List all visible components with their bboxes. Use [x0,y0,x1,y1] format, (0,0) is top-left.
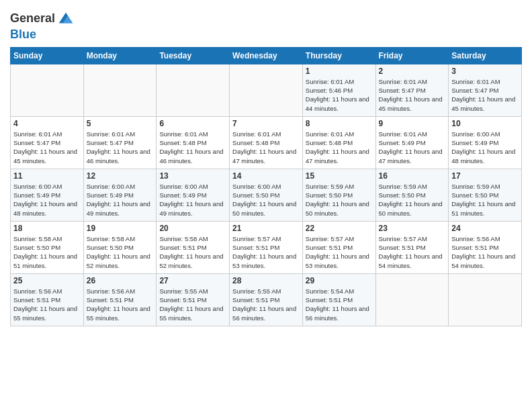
calendar-cell: 8Sunrise: 6:01 AMSunset: 5:48 PMDaylight… [302,116,375,169]
calendar-cell [449,273,522,326]
calendar-cell: 13Sunrise: 6:00 AMSunset: 5:49 PMDayligh… [157,169,230,221]
day-number: 17 [451,171,519,181]
day-number: 29 [306,276,373,285]
day-info: Sunrise: 5:58 AMSunset: 5:51 PMDaylight:… [159,234,226,270]
day-info: Sunrise: 6:00 AMSunset: 5:49 PMDaylight:… [159,182,226,218]
day-number: 2 [379,66,446,76]
calendar-cell [375,273,449,326]
day-info: Sunrise: 5:56 AMSunset: 5:51 PMDaylight:… [87,287,154,322]
calendar-cell: 17Sunrise: 5:59 AMSunset: 5:50 PMDayligh… [449,169,522,221]
calendar-table: SundayMondayTuesdayWednesdayThursdayFrid… [10,47,522,326]
day-info: Sunrise: 6:00 AMSunset: 5:49 PMDaylight:… [87,182,154,218]
day-number: 9 [379,119,446,128]
day-info: Sunrise: 5:59 AMSunset: 5:50 PMDaylight:… [451,182,519,218]
day-number: 6 [159,119,226,128]
day-info: Sunrise: 5:55 AMSunset: 5:51 PMDaylight:… [159,287,226,322]
calendar-week-5: 25Sunrise: 5:56 AMSunset: 5:51 PMDayligh… [11,273,522,326]
day-number: 12 [87,171,154,181]
calendar-cell: 16Sunrise: 5:59 AMSunset: 5:50 PMDayligh… [375,169,449,221]
logo: General Blue [10,9,75,42]
logo-blue: Blue [10,28,75,42]
day-info: Sunrise: 5:58 AMSunset: 5:50 PMDaylight:… [13,234,81,270]
calendar-cell [230,64,303,116]
day-info: Sunrise: 5:57 AMSunset: 5:51 PMDaylight:… [306,234,373,270]
weekday-header-sunday: Sunday [11,47,84,64]
calendar-cell: 6Sunrise: 6:01 AMSunset: 5:48 PMDaylight… [157,116,230,169]
day-number: 4 [13,119,81,128]
calendar-cell [157,64,230,116]
day-number: 15 [306,171,373,181]
calendar-cell: 5Sunrise: 6:01 AMSunset: 5:47 PMDaylight… [83,116,157,169]
calendar-cell: 20Sunrise: 5:58 AMSunset: 5:51 PMDayligh… [157,221,230,273]
calendar-cell: 27Sunrise: 5:55 AMSunset: 5:51 PMDayligh… [157,273,230,326]
weekday-header-row: SundayMondayTuesdayWednesdayThursdayFrid… [11,47,522,64]
calendar-cell [11,64,84,116]
header: General Blue [10,7,522,42]
day-info: Sunrise: 6:00 AMSunset: 5:49 PMDaylight:… [451,130,519,165]
day-number: 26 [87,276,154,285]
day-number: 13 [159,171,226,181]
day-number: 27 [159,276,226,285]
day-info: Sunrise: 6:01 AMSunset: 5:47 PMDaylight:… [451,77,519,113]
day-number: 7 [232,119,300,128]
calendar-cell: 10Sunrise: 6:00 AMSunset: 5:49 PMDayligh… [449,116,522,169]
day-info: Sunrise: 5:54 AMSunset: 5:51 PMDaylight:… [306,287,373,322]
day-info: Sunrise: 6:01 AMSunset: 5:49 PMDaylight:… [379,130,446,165]
day-info: Sunrise: 5:57 AMSunset: 5:51 PMDaylight:… [379,234,446,270]
day-number: 3 [451,66,519,76]
calendar-cell: 14Sunrise: 6:00 AMSunset: 5:50 PMDayligh… [230,169,303,221]
day-number: 8 [306,119,373,128]
calendar-cell: 2Sunrise: 6:01 AMSunset: 5:47 PMDaylight… [375,64,449,116]
calendar-week-4: 18Sunrise: 5:58 AMSunset: 5:50 PMDayligh… [11,221,522,273]
day-info: Sunrise: 5:58 AMSunset: 5:50 PMDaylight:… [87,234,154,270]
calendar-cell: 21Sunrise: 5:57 AMSunset: 5:51 PMDayligh… [230,221,303,273]
day-number: 16 [379,171,446,181]
day-number: 14 [232,171,300,181]
day-info: Sunrise: 6:01 AMSunset: 5:47 PMDaylight:… [13,130,81,165]
day-info: Sunrise: 5:56 AMSunset: 5:51 PMDaylight:… [451,234,519,270]
day-info: Sunrise: 5:59 AMSunset: 5:50 PMDaylight:… [379,182,446,218]
calendar-week-1: 1Sunrise: 6:01 AMSunset: 5:46 PMDaylight… [11,64,522,116]
calendar-cell [83,64,157,116]
calendar-cell: 29Sunrise: 5:54 AMSunset: 5:51 PMDayligh… [302,273,375,326]
weekday-header-tuesday: Tuesday [157,47,230,64]
day-info: Sunrise: 6:01 AMSunset: 5:48 PMDaylight:… [306,130,373,165]
calendar-cell: 28Sunrise: 5:55 AMSunset: 5:51 PMDayligh… [230,273,303,326]
calendar-cell: 11Sunrise: 6:00 AMSunset: 5:49 PMDayligh… [11,169,84,221]
day-number: 20 [159,224,226,233]
calendar-cell: 1Sunrise: 6:01 AMSunset: 5:46 PMDaylight… [302,64,375,116]
calendar-cell: 23Sunrise: 5:57 AMSunset: 5:51 PMDayligh… [375,221,449,273]
day-info: Sunrise: 5:55 AMSunset: 5:51 PMDaylight:… [232,287,300,322]
calendar-cell: 18Sunrise: 5:58 AMSunset: 5:50 PMDayligh… [11,221,84,273]
weekday-header-thursday: Thursday [302,47,375,64]
calendar-cell: 9Sunrise: 6:01 AMSunset: 5:49 PMDaylight… [375,116,449,169]
weekday-header-saturday: Saturday [449,47,522,64]
day-info: Sunrise: 6:01 AMSunset: 5:47 PMDaylight:… [379,77,446,113]
day-number: 21 [232,224,300,233]
day-number: 22 [306,224,373,233]
day-info: Sunrise: 6:00 AMSunset: 5:49 PMDaylight:… [13,182,81,218]
day-info: Sunrise: 6:01 AMSunset: 5:46 PMDaylight:… [306,77,373,113]
day-info: Sunrise: 6:01 AMSunset: 5:48 PMDaylight:… [232,130,300,165]
calendar-cell: 3Sunrise: 6:01 AMSunset: 5:47 PMDaylight… [449,64,522,116]
day-info: Sunrise: 5:57 AMSunset: 5:51 PMDaylight:… [232,234,300,270]
calendar-cell: 15Sunrise: 5:59 AMSunset: 5:50 PMDayligh… [302,169,375,221]
day-number: 11 [13,171,81,181]
day-info: Sunrise: 6:01 AMSunset: 5:47 PMDaylight:… [87,130,154,165]
calendar-cell: 4Sunrise: 6:01 AMSunset: 5:47 PMDaylight… [11,116,84,169]
day-info: Sunrise: 6:00 AMSunset: 5:50 PMDaylight:… [232,182,300,218]
day-number: 23 [379,224,446,233]
calendar-week-2: 4Sunrise: 6:01 AMSunset: 5:47 PMDaylight… [11,116,522,169]
day-number: 1 [306,66,373,76]
day-info: Sunrise: 5:59 AMSunset: 5:50 PMDaylight:… [306,182,373,218]
day-info: Sunrise: 5:56 AMSunset: 5:51 PMDaylight:… [13,287,81,322]
day-number: 19 [87,224,154,233]
calendar-cell: 26Sunrise: 5:56 AMSunset: 5:51 PMDayligh… [83,273,157,326]
weekday-header-wednesday: Wednesday [230,47,303,64]
calendar-cell: 7Sunrise: 6:01 AMSunset: 5:48 PMDaylight… [230,116,303,169]
weekday-header-monday: Monday [83,47,157,64]
calendar-cell: 22Sunrise: 5:57 AMSunset: 5:51 PMDayligh… [302,221,375,273]
calendar-cell: 25Sunrise: 5:56 AMSunset: 5:51 PMDayligh… [11,273,84,326]
day-number: 25 [13,276,81,285]
calendar-cell: 12Sunrise: 6:00 AMSunset: 5:49 PMDayligh… [83,169,157,221]
